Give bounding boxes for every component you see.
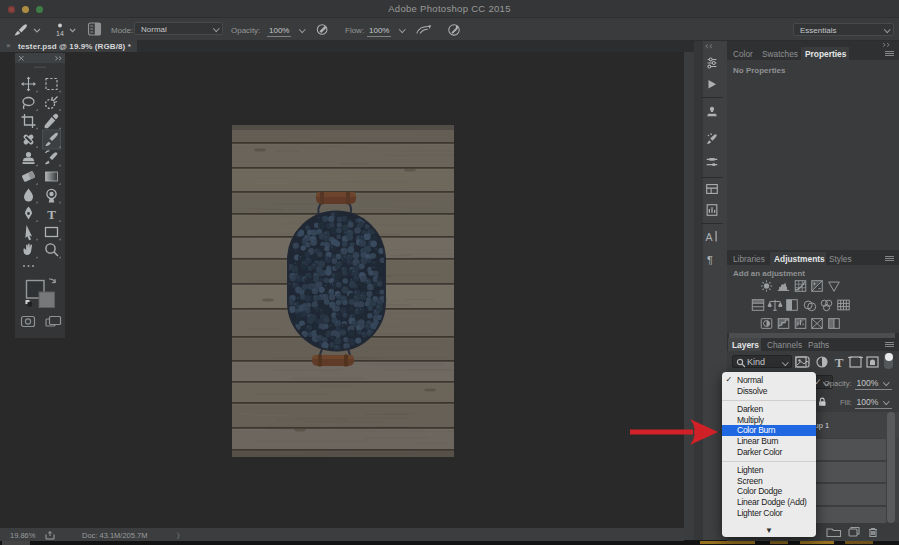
svg-text:¶: ¶ xyxy=(707,254,713,266)
svg-text:14: 14 xyxy=(56,30,64,37)
svg-text:T: T xyxy=(835,355,844,370)
svg-text:T: T xyxy=(47,207,56,222)
svg-text:A: A xyxy=(706,231,713,243)
